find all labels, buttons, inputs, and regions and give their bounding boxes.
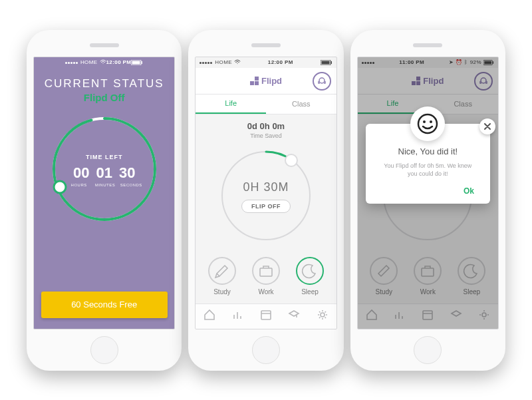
svg-rect-2 xyxy=(142,61,143,64)
modes: Study Work Sleep xyxy=(207,256,325,296)
status-value: Flipd Off xyxy=(84,92,125,103)
svg-point-31 xyxy=(423,120,426,123)
svg-point-18 xyxy=(321,313,325,317)
free-seconds-button[interactable]: 60 Seconds Free xyxy=(41,292,168,318)
clock: 12:00 PM xyxy=(106,59,132,65)
phone-success-screen: 11:00 PM ➤ ⏰ ᛒ 92% Flipd Life Class 0d 2 xyxy=(350,30,505,371)
svg-point-9 xyxy=(319,78,325,83)
countdown-display: TIME LEFT 00 01 30 HOURS MINUTES SECONDS xyxy=(48,112,161,228)
support-icon[interactable] xyxy=(313,72,331,91)
mode-study[interactable]: Study xyxy=(207,256,237,296)
nav-stats-icon[interactable] xyxy=(232,309,244,323)
mode-label: Work xyxy=(258,288,273,296)
svg-point-13 xyxy=(209,258,235,284)
signal-icon xyxy=(65,59,78,65)
tab-class[interactable]: Class xyxy=(266,95,336,114)
hours-label: HOURS xyxy=(70,183,88,187)
carrier: HOME xyxy=(65,59,106,66)
svg-point-32 xyxy=(430,120,432,123)
success-popup: Nice, You did it! You Flipd off for 0h 5… xyxy=(366,124,490,204)
clock: 12:00 PM xyxy=(268,59,293,65)
timer-dial[interactable]: 0H 30M FLIP OFF xyxy=(216,146,316,248)
battery-icon xyxy=(131,60,143,65)
app-header: Flipd xyxy=(196,68,336,95)
battery-icon xyxy=(321,60,332,65)
hours: 00 xyxy=(73,164,89,182)
screen: 11:00 PM ➤ ⏰ ᛒ 92% Flipd Life Class 0d 2 xyxy=(357,57,499,329)
popup-ok-button[interactable]: Ok xyxy=(376,186,479,196)
carrier: HOME xyxy=(200,59,241,66)
minutes: 01 xyxy=(96,164,112,182)
carrier-label: HOME xyxy=(80,59,98,65)
carrier-label: HOME xyxy=(215,59,232,65)
popup-title: Nice, You did it! xyxy=(376,146,479,156)
svg-rect-17 xyxy=(261,311,271,319)
time-saved-value: 0d 0h 0m xyxy=(247,121,285,131)
bottom-nav xyxy=(196,303,336,329)
svg-rect-7 xyxy=(321,61,329,64)
nav-home-icon[interactable] xyxy=(203,309,215,323)
logo-icon xyxy=(250,77,259,85)
time-left-label: TIME LEFT xyxy=(86,154,123,160)
time-saved-label: Time Saved xyxy=(250,132,282,139)
nav-calendar-icon[interactable] xyxy=(260,309,272,323)
main-panel: 0d 0h 0m Time Saved 0H 30M FLIP OFF Stud… xyxy=(196,114,336,303)
nav-settings-icon[interactable] xyxy=(317,309,329,323)
page-title: CURRENT STATUS xyxy=(45,77,164,91)
screen: HOME 12:00 PM Flipd Life Class xyxy=(195,57,336,329)
close-button[interactable] xyxy=(479,118,495,134)
screen: HOME 12:00 PM CURRENT STATUS Flipd Off T… xyxy=(33,57,175,329)
svg-rect-8 xyxy=(331,61,332,64)
tabs: Life Class xyxy=(196,95,336,114)
svg-rect-1 xyxy=(132,61,140,64)
flip-off-button[interactable]: FLIP OFF xyxy=(241,200,291,213)
mode-work[interactable]: Work xyxy=(251,256,281,296)
minutes-label: MINUTES xyxy=(95,183,114,187)
mode-label: Study xyxy=(213,288,231,296)
phone-home-screen: HOME 12:00 PM Flipd Life Class xyxy=(188,30,343,371)
app-logo: Flipd xyxy=(250,76,282,86)
tab-life[interactable]: Life xyxy=(196,95,266,114)
svg-point-30 xyxy=(418,114,437,133)
svg-rect-15 xyxy=(260,268,272,276)
smiley-icon xyxy=(410,106,445,141)
wifi-icon xyxy=(100,59,106,66)
signal-icon xyxy=(200,59,213,65)
wifi-icon xyxy=(234,59,241,66)
phone-status-screen: HOME 12:00 PM CURRENT STATUS Flipd Off T… xyxy=(27,30,182,371)
mode-sleep[interactable]: Sleep xyxy=(295,256,325,296)
seconds: 30 xyxy=(119,164,135,182)
seconds-label: SECONDS xyxy=(120,183,139,187)
dial-time: 0H 30M xyxy=(243,180,289,194)
nav-class-icon[interactable] xyxy=(288,309,300,323)
svg-point-16 xyxy=(297,258,323,284)
app-name: Flipd xyxy=(261,76,282,86)
popup-body: You Flipd off for 0h 5m. We knew you cou… xyxy=(376,162,479,178)
countdown-ring: TIME LEFT 00 01 30 HOURS MINUTES SECONDS xyxy=(48,112,161,228)
status-bar: HOME 12:00 PM xyxy=(196,57,336,68)
svg-point-14 xyxy=(253,258,279,284)
mode-label: Sleep xyxy=(301,288,319,296)
status-bar: HOME 12:00 PM xyxy=(61,57,148,68)
